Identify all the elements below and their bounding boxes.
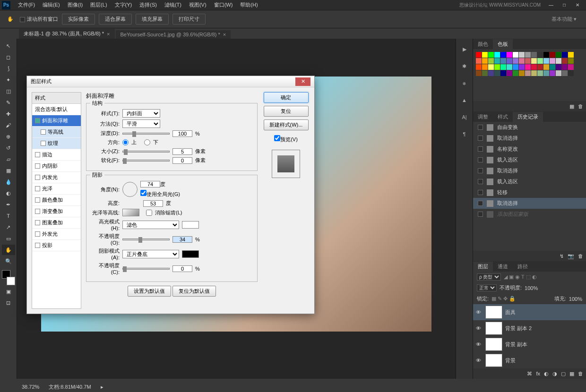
doc-info[interactable]: 文档:8.81M/40.7M (49, 383, 91, 391)
close-icon[interactable]: × (107, 31, 110, 37)
highlight-color-chip[interactable] (182, 221, 199, 229)
swatch[interactable] (537, 52, 543, 58)
antialias-checkbox[interactable] (146, 210, 152, 216)
history-item[interactable]: 取消选择 (473, 133, 586, 144)
color-tab[interactable]: 颜色 (473, 39, 493, 49)
preview-checkbox[interactable] (274, 135, 280, 141)
swatch[interactable] (525, 64, 531, 70)
highlight-opacity-input[interactable] (172, 236, 192, 243)
style-checkbox[interactable] (35, 163, 40, 169)
cancel-button[interactable]: 复位 (264, 106, 309, 117)
soften-slider[interactable] (122, 160, 170, 162)
history-item[interactable]: 取消选择 (473, 165, 586, 176)
swatch[interactable] (568, 52, 574, 58)
history-item[interactable]: 载入选区 (473, 176, 586, 187)
workspace-switcher[interactable]: 基本功能 ▾ (547, 14, 581, 24)
tab-doc1[interactable]: 未标题-1 @ 38.7% (面具, RGB/8) *× (19, 29, 115, 39)
snapshot-icon[interactable]: ↯ (560, 253, 564, 259)
paths-tab[interactable]: 路径 (513, 262, 533, 272)
path-select-tool[interactable]: ↗ (2, 222, 15, 232)
opacity-value[interactable]: 100% (525, 285, 538, 291)
swatches-tab[interactable]: 色板 (493, 39, 513, 49)
style-checkbox[interactable] (35, 243, 40, 248)
direction-down-radio[interactable] (144, 139, 150, 145)
swatch[interactable] (513, 64, 518, 70)
swatch[interactable] (494, 58, 500, 64)
style-checkbox[interactable] (35, 152, 40, 157)
size-slider[interactable] (122, 151, 170, 153)
swatch[interactable] (550, 58, 555, 64)
eyedropper-tool[interactable]: ✎ (2, 97, 15, 108)
crop-tool[interactable]: ◫ (2, 86, 15, 96)
blur-tool[interactable]: 💧 (2, 177, 15, 187)
style-checkbox[interactable] (35, 175, 40, 180)
swatch[interactable] (550, 52, 555, 58)
swatch[interactable] (494, 64, 500, 70)
minimize-button[interactable]: — (545, 2, 557, 9)
fill-value[interactable]: 100% (569, 296, 582, 302)
swatch[interactable] (543, 70, 549, 76)
menu-layer[interactable]: 图层(L) (86, 1, 111, 9)
menu-select[interactable]: 选择(S) (136, 1, 161, 9)
swatch[interactable] (525, 52, 531, 58)
trash-icon[interactable]: 🗑 (578, 253, 583, 259)
quick-mask-toggle[interactable]: ▣ (2, 286, 15, 297)
ok-button[interactable]: 确定 (264, 92, 309, 103)
swatch[interactable] (488, 52, 494, 58)
swatch[interactable] (519, 64, 525, 70)
adjustments-tab[interactable]: 调整 (473, 112, 493, 122)
style-checkbox[interactable] (35, 209, 40, 214)
history-brush-tool[interactable]: ↺ (2, 143, 15, 153)
visibility-icon[interactable]: 👁 (476, 309, 483, 315)
history-tab[interactable]: 历史记录 (513, 112, 543, 122)
group-icon[interactable]: ▢ (561, 371, 566, 377)
move-tool[interactable]: ↖ (2, 41, 15, 51)
depth-slider[interactable] (122, 133, 170, 135)
style-checkbox[interactable] (35, 118, 40, 123)
style-list-item[interactable]: 描边 (32, 149, 81, 161)
swatch[interactable] (531, 58, 537, 64)
history-item[interactable]: 轻移 (473, 187, 586, 198)
swatch[interactable] (500, 58, 506, 64)
highlight-mode-select[interactable]: 滤色 (122, 221, 179, 229)
style-checkbox[interactable] (35, 186, 40, 191)
highlight-opacity-slider[interactable] (122, 239, 170, 240)
swatch[interactable] (556, 52, 561, 58)
visibility-icon[interactable]: 👁 (476, 325, 483, 331)
swatch[interactable] (500, 64, 506, 70)
menu-view[interactable]: 视图(V) (185, 1, 210, 9)
new-layer-icon[interactable]: ▦ (569, 371, 574, 377)
helm-icon[interactable]: ⎈ (459, 77, 470, 89)
shadow-color-chip[interactable] (182, 250, 199, 258)
layer-row[interactable]: 👁面具 (473, 304, 586, 320)
adjustment-layer-icon[interactable]: ◑ (552, 371, 557, 377)
style-list-item[interactable]: 内发光 (32, 172, 81, 183)
camera-icon[interactable]: 📷 (568, 253, 574, 259)
swatch[interactable] (513, 70, 518, 76)
swatch[interactable] (550, 70, 555, 76)
style-list-item[interactable]: 光泽 (32, 183, 81, 195)
swatch[interactable] (488, 58, 494, 64)
shadow-opacity-slider[interactable] (122, 268, 170, 270)
reset-default-button[interactable]: 复位为默认值 (172, 286, 216, 297)
swatch[interactable] (525, 58, 531, 64)
menu-filter[interactable]: 滤镜(T) (161, 1, 185, 9)
close-icon[interactable]: × (223, 32, 226, 37)
pen-tool[interactable]: ✒ (2, 199, 15, 210)
menu-help[interactable]: 帮助(H) (236, 1, 261, 9)
zoom-tool[interactable]: 🔍 (2, 256, 15, 266)
swatch[interactable] (476, 64, 482, 70)
swatch[interactable] (537, 70, 543, 76)
hand-tool[interactable]: ✋ (2, 245, 15, 255)
swatch[interactable] (556, 64, 561, 70)
swatch[interactable] (519, 70, 525, 76)
swatch[interactable] (562, 64, 568, 70)
style-list-item[interactable]: 内阴影 (32, 161, 81, 172)
layer-row[interactable]: 👁背景 副本 (473, 336, 586, 352)
swatch[interactable] (519, 52, 525, 58)
scroll-all-checkbox[interactable]: 滚动所有窗口 (20, 16, 58, 23)
new-style-button[interactable]: 新建样式(W)... (264, 119, 309, 130)
actual-pixels-button[interactable]: 实际像素 (62, 14, 95, 25)
style-checkbox[interactable] (41, 141, 46, 146)
layer-kind-filter[interactable]: ρ 类型 (477, 273, 501, 281)
